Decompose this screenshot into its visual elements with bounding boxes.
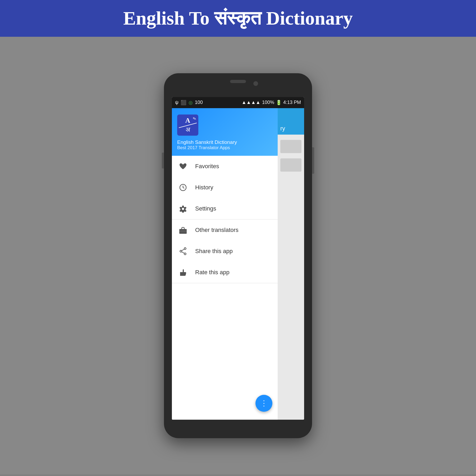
favorites-label: Favorites [195,163,219,170]
status-left-icons: ψ ⬛ ◎ 100 [175,100,203,106]
history-icon [178,183,188,192]
drawer-header: A अ ✏ English Sanskrit Dictionary Best 2… [172,108,278,156]
thumbsup-icon [178,268,188,277]
history-label: History [195,184,213,191]
peek-tab-label: ry [280,125,285,132]
signal-icon: ▲▲▲▲ [242,100,260,105]
top-banner: English To संस्कृत Dictionary [0,0,476,37]
time-display: 4:13 PM [283,100,301,105]
menu-item-settings[interactable]: Settings [172,198,278,219]
logo-letter-a: A [185,117,190,125]
more-options-icon: ⋮ [260,399,268,408]
svg-point-5 [180,250,182,252]
briefcase-icon [178,225,188,235]
settings-label: Settings [195,205,216,212]
svg-line-7 [182,252,184,253]
menu-item-rate[interactable]: Rate this app [172,262,278,283]
phone-top [164,73,312,97]
fab-more-options[interactable]: ⋮ [255,395,272,412]
banner-title: English To संस्कृत Dictionary [123,7,353,29]
app-subtitle: Best 2017 Translator Apps [177,145,272,150]
main-content: ry ψ ⬛ ◎ 100 ▲▲▲▲ 100% 🔋 4:13 PM [0,37,476,474]
app-logo: A अ ✏ [177,115,198,136]
battery-icon: 🔋 [276,100,282,106]
phone-screen: ry ψ ⬛ ◎ 100 ▲▲▲▲ 100% 🔋 4:13 PM [172,97,304,420]
phone-power-button [312,147,314,174]
phone-volume-button [162,153,164,168]
phone-speaker [230,80,246,83]
svg-point-3 [184,248,186,249]
phone-camera [253,81,258,86]
svg-point-4 [184,253,186,255]
menu-section-main: Favorites History [172,156,278,219]
menu-item-favorites[interactable]: Favorites [172,156,278,177]
menu-item-other-translators[interactable]: Other translators [172,219,278,241]
circle-icon: ◎ [189,100,193,106]
right-content-peek: ry [278,108,304,420]
svg-line-6 [182,249,184,250]
status-right: ▲▲▲▲ 100% 🔋 4:13 PM [242,100,301,106]
image-icon: ⬛ [181,100,186,106]
logo-letter-devanagari: अ [186,126,190,133]
menu-item-share[interactable]: Share this app [172,241,278,262]
battery-percent: 100% [262,100,274,105]
rate-label: Rate this app [195,269,230,276]
settings-icon [178,204,188,213]
other-translators-label: Other translators [195,227,239,234]
peek-bar-1 [280,140,301,153]
menu-item-history[interactable]: History [172,177,278,198]
share-icon [178,246,188,256]
peek-bar-2 [280,158,301,172]
usb-icon: ψ [175,100,178,105]
drawer-menu: Favorites History [172,156,278,420]
share-label: Share this app [195,248,233,255]
battery-100-icon: 100 [195,100,203,105]
status-bar: ψ ⬛ ◎ 100 ▲▲▲▲ 100% 🔋 4:13 PM [172,97,304,108]
heart-icon [178,162,188,171]
app-name: English Sanskrit Dictionary [177,139,272,145]
menu-section-secondary: Other translators [172,219,278,283]
phone-device: ry ψ ⬛ ◎ 100 ▲▲▲▲ 100% 🔋 4:13 PM [164,73,312,438]
svg-rect-1 [179,229,187,234]
